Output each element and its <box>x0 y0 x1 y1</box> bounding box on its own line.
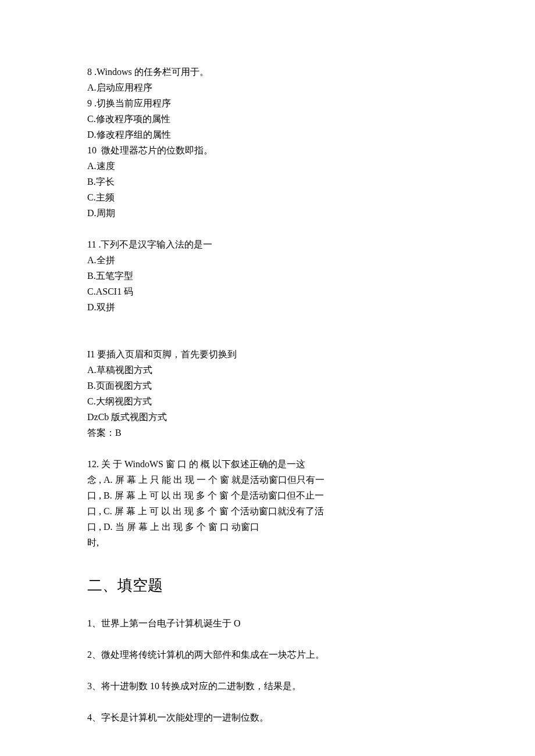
q11-option-a: A.全拼 <box>87 252 448 268</box>
q11-option-c: C.ASCI1 码 <box>87 284 448 299</box>
q12-line-5: 口 , D. 当 屏 幕 上 出 现 多 个 窗 口 动窗口 <box>87 519 448 535</box>
qI1-stem: I1 要插入页眉和页脚，首先要切换到 <box>87 346 448 362</box>
fill-blank-3: 3、将十进制数 10 转换成对应的二进制数，结果是。 <box>87 678 448 694</box>
qI1-option-b: B.页面视图方式 <box>87 378 448 393</box>
q10-text: 微处理器芯片的位数即指。 <box>97 145 213 155</box>
q8-option-a: A.启动应用程序 <box>87 80 448 95</box>
q8-option-c: C.修改程序项的属性 <box>87 111 448 127</box>
q12-line-3: 口 , B. 屏 幕 上 可 以 出 现 多 个 窗 个是活动窗口但不止一 <box>87 488 448 503</box>
q8-text: .Windows 的任务栏可用于。 <box>92 67 209 77</box>
document-page: 8 .Windows 的任务栏可用于。 A.启动应用程序 9 .切换当前应用程序… <box>0 0 535 756</box>
q8-option-b: 9 .切换当前应用程序 <box>87 95 448 111</box>
qI1-option-c: C.大纲视图方式 <box>87 393 448 409</box>
section-2-title: 二、填空题 <box>87 574 448 597</box>
q10-stem: 10 微处理器芯片的位数即指。 <box>87 142 448 158</box>
spacer <box>87 315 448 331</box>
q10-option-b: B.字长 <box>87 174 448 189</box>
q8-b-number: 9 <box>87 98 92 108</box>
q12-line-6: 时, <box>87 535 448 550</box>
q10-option-c: C.主频 <box>87 189 448 205</box>
q8-number: 8 <box>87 67 92 77</box>
q12-line-1: 12. 关 于 WindoWS 窗 口 的 概 以下叙述正确的是一这 <box>87 456 448 472</box>
q12-line-2: 念 , A. 屏 幕 上 只 能 出 现 一 个 窗 就是活动窗口但只有一 <box>87 472 448 488</box>
fill-blank-4: 4、字长是计算机一次能处理的一进制位数。 <box>87 710 448 725</box>
qI1-answer: 答案：B <box>87 425 448 440</box>
q11-number: 11 <box>87 239 96 249</box>
qI1-option-a: A.草稿视图方式 <box>87 362 448 378</box>
q11-option-b: B.五笔字型 <box>87 268 448 284</box>
spacer <box>87 221 448 237</box>
q10-option-d: D.周期 <box>87 205 448 221</box>
spacer <box>87 600 448 615</box>
q11-stem: 11 .下列不是汉字输入法的是一 <box>87 237 448 252</box>
q8-stem: 8 .Windows 的任务栏可用于。 <box>87 64 448 80</box>
q8-b-text: .切换当前应用程序 <box>92 98 171 108</box>
qI1-option-d: DzCb 版式视图方式 <box>87 409 448 425</box>
q11-text: .下列不是汉字输入法的是一 <box>96 239 212 249</box>
fill-blank-2: 2、微处理将传统计算机的两大部件和集成在一块芯片上。 <box>87 647 448 662</box>
spacer <box>87 550 448 566</box>
q10-option-a: A.速度 <box>87 158 448 174</box>
q11-option-d: D.双拼 <box>87 299 448 315</box>
q8-option-d: D.修改程序组的属性 <box>87 127 448 142</box>
spacer <box>87 440 448 456</box>
fill-blank-1: 1、世界上第一台电子计算机诞生于 O <box>87 615 448 631</box>
spacer <box>87 331 448 346</box>
q12-line-4: 口 , C. 屏 幕 上 可 以 出 现 多 个 窗 个活动窗口就没有了活 <box>87 503 448 519</box>
q10-number: 10 <box>87 145 97 155</box>
